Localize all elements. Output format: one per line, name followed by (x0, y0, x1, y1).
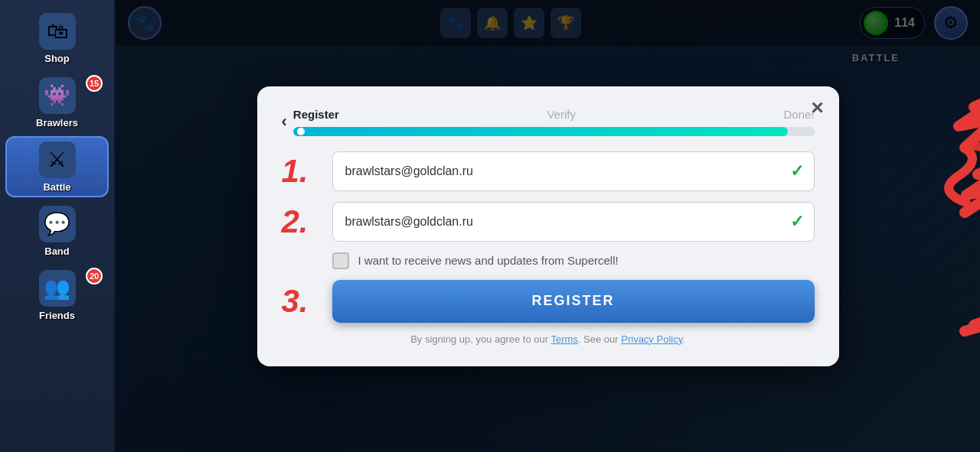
newsletter-checkbox[interactable] (332, 252, 349, 269)
newsletter-label: I want to receive news and updates from … (358, 254, 619, 267)
register-row: 3. REGISTER (282, 280, 815, 323)
terms-mid: . See our (578, 333, 621, 345)
modal-header: ‹ Register Verify Done! ✕ (282, 108, 815, 136)
friends-badge: 20 (86, 268, 103, 285)
email-input-wrapper-1: ✓ (332, 151, 815, 191)
sidebar-label-brawlers: Brawlers (36, 117, 78, 128)
back-button[interactable]: ‹ (282, 109, 293, 135)
steps-container: Register Verify Done! (293, 108, 815, 136)
sidebar: 🛍 Shop 15 👾 Brawlers ⚔ Battle 💬 Band 20 … (0, 0, 116, 452)
email-input-2[interactable] (332, 202, 815, 242)
brawlers-badge: 15 (86, 75, 103, 92)
close-button[interactable]: ✕ (810, 99, 824, 119)
step-number-3: 3. (282, 285, 320, 317)
modal-overlay: ‹ Register Verify Done! ✕ 1. (116, 0, 980, 452)
brawlers-icon: 👾 (39, 77, 76, 114)
sidebar-label-battle: Battle (43, 181, 70, 193)
terms-link[interactable]: Terms (550, 333, 577, 345)
sidebar-item-battle[interactable]: ⚔ Battle (5, 136, 109, 197)
step-verify-label: Verify (547, 108, 576, 121)
terms-prefix: By signing up, you agree to our (410, 333, 550, 345)
step-register-label: Register (293, 108, 339, 121)
sidebar-item-brawlers[interactable]: 15 👾 Brawlers (5, 72, 109, 133)
terms-suffix: . (682, 333, 685, 345)
progress-bar-fill (293, 127, 789, 136)
step-number-1: 1. (282, 155, 320, 187)
terms-text: By signing up, you agree to our Terms. S… (282, 333, 815, 345)
email-input-wrapper-2: ✓ (332, 202, 815, 242)
valid-check-1: ✓ (790, 161, 804, 181)
email-input-1[interactable] (332, 151, 815, 191)
battle-icon: ⚔ (39, 141, 76, 178)
band-icon: 💬 (39, 206, 76, 242)
form-section: 1. ✓ 2. ✓ I want to receive news and upd… (282, 151, 815, 323)
sidebar-label-friends: Friends (39, 310, 75, 321)
register-button[interactable]: REGISTER (332, 280, 815, 323)
sidebar-label-shop: Shop (44, 53, 70, 64)
sidebar-item-friends[interactable]: 20 👥 Friends (5, 265, 109, 326)
newsletter-checkbox-row: I want to receive news and updates from … (332, 252, 815, 269)
steps-labels: Register Verify Done! (293, 108, 815, 121)
friends-icon: 👥 (39, 270, 76, 307)
valid-check-2: ✓ (790, 212, 804, 232)
email-field-row-2: 2. ✓ (282, 202, 815, 242)
sidebar-item-band[interactable]: 💬 Band (5, 200, 109, 262)
email-field-row-1: 1. ✓ (282, 151, 815, 191)
progress-dot (295, 127, 307, 136)
progress-bar-container (293, 127, 815, 136)
sidebar-label-band: Band (44, 246, 70, 257)
step-number-2: 2. (282, 206, 320, 238)
sidebar-item-shop[interactable]: 🛍 Shop (5, 8, 109, 69)
privacy-policy-link[interactable]: Privacy Policy (621, 333, 682, 345)
shop-icon: 🛍 (39, 13, 76, 50)
registration-modal: ‹ Register Verify Done! ✕ 1. (257, 86, 839, 366)
